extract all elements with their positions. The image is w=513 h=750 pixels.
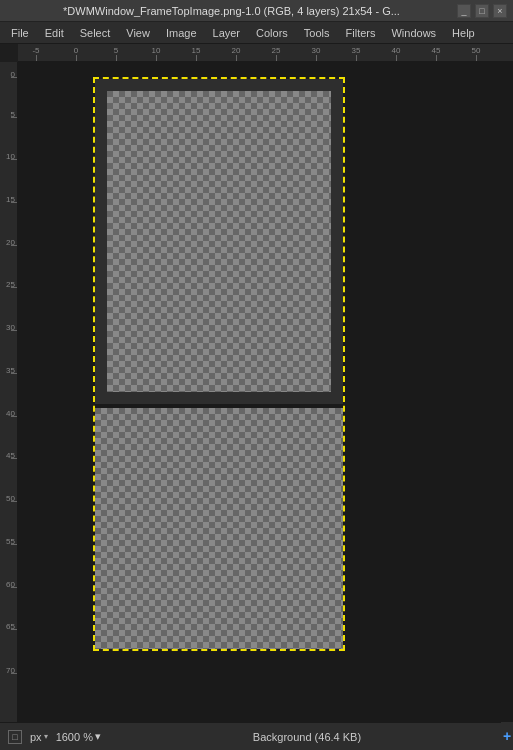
ruler-h-label: 30 bbox=[312, 46, 321, 55]
unit-dropdown-arrow[interactable]: ▾ bbox=[44, 732, 48, 741]
menu-bar: File Edit Select View Image Layer Colors… bbox=[0, 22, 513, 44]
menu-edit[interactable]: Edit bbox=[38, 25, 71, 41]
close-button[interactable]: × bbox=[493, 4, 507, 18]
menu-file[interactable]: File bbox=[4, 25, 36, 41]
menu-colors[interactable]: Colors bbox=[249, 25, 295, 41]
ruler-horizontal: -5 0 5 10 15 20 25 30 35 40 45 50 bbox=[18, 44, 513, 62]
menu-select[interactable]: Select bbox=[73, 25, 118, 41]
ruler-h-label: 15 bbox=[192, 46, 201, 55]
title-controls: _ □ × bbox=[457, 4, 507, 18]
ruler-h-label: 45 bbox=[432, 46, 441, 55]
ruler-h-label: 20 bbox=[232, 46, 241, 55]
ruler-h-label: 25 bbox=[272, 46, 281, 55]
ruler-h-label: -5 bbox=[32, 46, 39, 55]
menu-help[interactable]: Help bbox=[445, 25, 482, 41]
unit-label: px bbox=[30, 731, 42, 743]
zoom-value: 1600 % bbox=[56, 731, 93, 743]
menu-view[interactable]: View bbox=[119, 25, 157, 41]
menu-windows[interactable]: Windows bbox=[384, 25, 443, 41]
title-bar: *DWMWindow_FrameTopImage.png-1.0 (RGB, 4… bbox=[0, 0, 513, 22]
ruler-h-label: 50 bbox=[472, 46, 481, 55]
canvas-bottom-section bbox=[95, 408, 343, 649]
canvas-top-section bbox=[95, 79, 343, 404]
menu-layer[interactable]: Layer bbox=[206, 25, 248, 41]
minimize-button[interactable]: _ bbox=[457, 4, 471, 18]
maximize-button[interactable]: □ bbox=[475, 4, 489, 18]
title-text: *DWMWindow_FrameTopImage.png-1.0 (RGB, 4… bbox=[6, 5, 457, 17]
ruler-vertical: 0 5 10 15 20 25 30 35 40 45 50 55 60 65 … bbox=[0, 62, 18, 722]
ruler-h-label: 0 bbox=[74, 46, 78, 55]
ruler-h-label: 35 bbox=[352, 46, 361, 55]
transparency-checkerboard-bottom bbox=[95, 408, 343, 649]
zoom-display[interactable]: 1600 % ▾ bbox=[56, 730, 101, 743]
unit-selector[interactable]: px ▾ bbox=[30, 731, 48, 743]
ruler-h-label: 10 bbox=[152, 46, 161, 55]
image-canvas bbox=[93, 77, 345, 651]
menu-image[interactable]: Image bbox=[159, 25, 204, 41]
transparency-checkerboard-top bbox=[107, 91, 331, 392]
add-button[interactable]: + bbox=[501, 722, 513, 750]
canvas-area[interactable] bbox=[18, 62, 513, 722]
ruler-h-label: 40 bbox=[392, 46, 401, 55]
status-info: Background (46.4 KB) bbox=[109, 731, 505, 743]
menu-tools[interactable]: Tools bbox=[297, 25, 337, 41]
zoom-dropdown-arrow[interactable]: ▾ bbox=[95, 730, 101, 743]
menu-filters[interactable]: Filters bbox=[339, 25, 383, 41]
ruler-h-label: 5 bbox=[114, 46, 118, 55]
tool-icon: □ bbox=[8, 730, 22, 744]
status-bar: □ px ▾ 1600 % ▾ Background (46.4 KB) + bbox=[0, 722, 513, 750]
